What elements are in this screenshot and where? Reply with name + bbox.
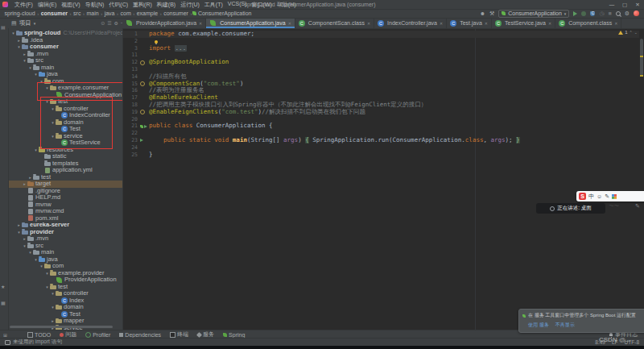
tree-item-mvnw-cmd[interactable]: mvnw.cmd [8, 208, 122, 215]
locate-icon[interactable]: ⊙ [101, 20, 105, 26]
expand-arrow-icon[interactable]: ▾ [33, 147, 39, 154]
use-services-link[interactable]: 使用 服务 [528, 322, 549, 329]
tree-item-main[interactable]: ▾main [8, 64, 122, 72]
tab-consumerapplication-java[interactable]: ConsumerApplication.java✕ [206, 18, 295, 28]
menu-item[interactable]: 视图(V) [59, 1, 82, 9]
breadcrumb-item[interactable]: main [85, 10, 100, 16]
tree-item-eureka-server[interactable]: ▸eureka-server [8, 222, 122, 229]
tab-testservice-java[interactable]: CTestService.java✕ [492, 18, 555, 28]
ime-handwriting-icon[interactable]: ✎ [605, 193, 609, 199]
close-icon[interactable]: ✕ [548, 21, 551, 26]
notification-balloon[interactable]: 在 服务 工具窗口中管理多个 Spring Boot 运行配置 使用 服务 不再… [518, 309, 644, 333]
tree-item-consumerapplication[interactable]: ConsumerApplication [8, 92, 122, 99]
profiler-button[interactable]: ◷ [599, 10, 604, 16]
tree-item-example-provider[interactable]: ▾example.provider [8, 270, 122, 277]
tree-item--idea[interactable]: ▸.idea [8, 37, 122, 44]
expand-arrow-icon[interactable]: ▸ [22, 235, 27, 243]
favorites-stripe-icon[interactable]: ★ [1, 284, 5, 289]
tree-item-com[interactable]: ▾com [8, 78, 122, 85]
ime-chinese-mode-icon[interactable]: 中 [588, 193, 594, 199]
project-tool-window-header[interactable]: ▤ 项目 ▾ ⊙☰⚙— [8, 18, 128, 28]
tree-item-src[interactable]: ▾src [8, 243, 122, 250]
spring-boot-run-icon[interactable] [140, 125, 143, 128]
expand-arrow-icon[interactable]: ▾ [10, 30, 16, 37]
warning-stripe-mark[interactable] [640, 75, 643, 77]
run-main-icon[interactable] [140, 139, 143, 142]
menu-item[interactable]: 编辑(E) [35, 1, 59, 9]
tree-item-provider[interactable]: ▾provider [8, 229, 122, 236]
expand-arrow-icon[interactable]: ▾ [16, 229, 22, 236]
project-stripe-icon[interactable]: ▤ [1, 24, 6, 30]
expand-arrow-icon[interactable]: ▾ [44, 98, 50, 106]
ime-emoji-icon[interactable]: ☺ [597, 193, 602, 199]
minimize-button[interactable]: — [605, 2, 618, 8]
expand-arrow-icon[interactable]: ▾ [44, 284, 50, 291]
tree-item-controller[interactable]: ▾controller [8, 106, 122, 113]
menu-item[interactable]: 文件(F) [12, 1, 35, 9]
expand-arrow-icon[interactable]: ▾ [50, 119, 56, 127]
menu-item[interactable]: 运行(U) [178, 1, 202, 9]
expand-arrow-icon[interactable]: ▸ [22, 181, 27, 188]
tree-item-indexcontroller[interactable]: CIndexController [8, 112, 122, 119]
expand-arrow-icon[interactable]: ▾ [50, 290, 56, 297]
chevron-down-icon[interactable]: ⌄ [634, 30, 638, 35]
tree-item-main[interactable]: ▾main [8, 249, 122, 256]
tab-component-class[interactable]: CComponent.class✕ [555, 18, 621, 28]
code-line[interactable]: 2 [123, 38, 639, 45]
tree-item-java[interactable]: ▾java [8, 71, 122, 78]
tree-item-controller[interactable]: ▾controller [8, 290, 122, 297]
tool-window-switcher-icon[interactable]: ⊞ [3, 332, 7, 338]
menu-item[interactable]: 重构(R) [130, 1, 155, 9]
chevron-up-icon[interactable]: ⌃ [630, 30, 633, 35]
tree-item--gitignore[interactable]: .gitignore [8, 188, 122, 195]
dont-show-again-link[interactable]: 不再显示 [555, 322, 575, 329]
tree-item-domain[interactable]: ▾domain [8, 304, 122, 311]
warning-stripe-mark[interactable] [640, 56, 643, 57]
breadcrumb-item[interactable]: src [72, 10, 82, 16]
horizontal-scrollbar[interactable] [10, 326, 113, 328]
tab-componentscan-class[interactable]: CComponentScan.class✕ [295, 18, 374, 28]
tree-item-consumer[interactable]: ▾consumer [8, 44, 122, 51]
expand-arrow-icon[interactable]: ▾ [50, 133, 56, 140]
code-line[interactable]: 3import ... [123, 45, 639, 52]
stop-button[interactable]: ■ [608, 10, 611, 16]
tree-item-static[interactable]: static [8, 153, 122, 160]
tree-item--mvn[interactable]: ▸.mvn [8, 51, 122, 58]
tree-item-service[interactable]: ▾service [8, 133, 122, 140]
expand-arrow-icon[interactable]: ▾ [22, 243, 27, 250]
tree-item-spring-cloud[interactable]: ▾spring-cloudC:\Users\HP\IdeaProjects\sp… [8, 30, 122, 37]
code-line[interactable]: 21public class ConsumerApplication { [123, 123, 639, 130]
search-icon[interactable] [616, 11, 621, 16]
tree-item-com[interactable]: ▾com [8, 263, 122, 270]
tree-item-providerapplication[interactable]: ProviderApplication [8, 276, 122, 284]
code-line[interactable]: 11 [123, 52, 639, 59]
inspections-widget[interactable]: 1 ⌃ ⌄ [618, 30, 638, 35]
code-line[interactable]: 23 public static void main(String[] args… [123, 137, 639, 144]
code-line[interactable]: 24 [123, 144, 639, 152]
maximize-button[interactable]: ▢ [618, 2, 631, 8]
tab-indexcontroller-java[interactable]: CIndexController.java✕ [374, 18, 447, 28]
tree-item-resources[interactable]: ▾resources [8, 147, 122, 154]
tree-item-test[interactable]: ▾test [8, 284, 122, 291]
code-line[interactable]: 13 [123, 66, 639, 73]
tree-item-pom-xml[interactable]: pom.xml [8, 215, 122, 222]
tree-item-test[interactable]: ▸test [8, 174, 122, 181]
code-line[interactable]: 12@SpringBootApplication [123, 59, 639, 66]
code-line[interactable]: 25} [123, 152, 639, 159]
tree-item-testservice[interactable]: CTestService [8, 139, 122, 147]
tree-item-test[interactable]: ▾test [8, 98, 122, 106]
breadcrumb-item[interactable]: consumer [39, 10, 68, 16]
code-line[interactable]: 22 [123, 130, 639, 137]
tab-test-java[interactable]: CTest.java✕ [447, 18, 492, 28]
settings-gear-icon[interactable]: ⚙ [625, 10, 630, 16]
expand-arrow-icon[interactable]: ▾ [50, 106, 56, 113]
expand-arrow-icon[interactable]: ▾ [33, 256, 39, 264]
sogou-logo-icon[interactable]: S [579, 193, 586, 200]
breadcrumb-item[interactable]: ConsumerApplication [196, 10, 253, 16]
structure-stripe-icon[interactable]: ▦ [1, 300, 6, 305]
tree-item-src[interactable]: ▾src [8, 57, 122, 64]
build-hammer-icon[interactable]: ⚒ [489, 10, 494, 16]
tree-item-help-md[interactable]: HELP.md [8, 194, 122, 202]
debug-button[interactable] [581, 11, 586, 16]
expand-arrow-icon[interactable]: ▾ [27, 249, 33, 256]
